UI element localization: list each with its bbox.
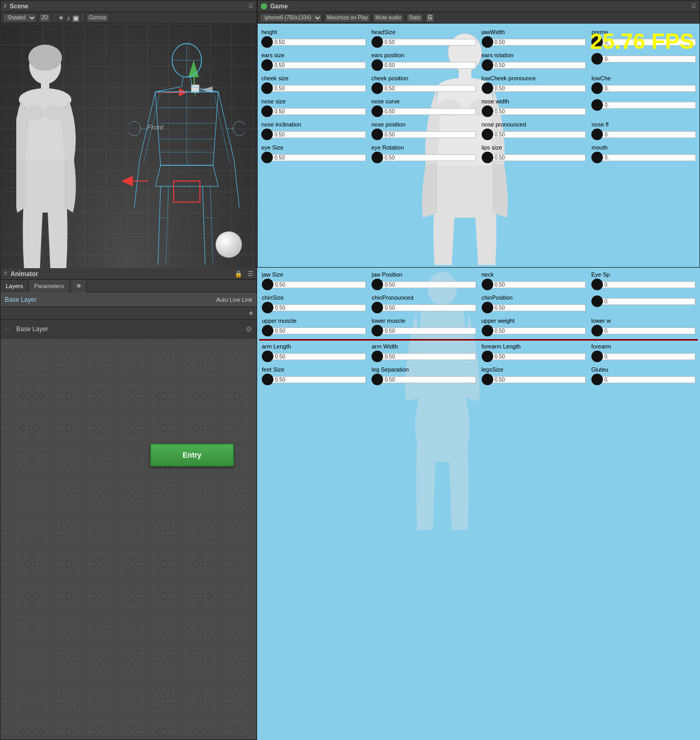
- param-neck-value[interactable]: 0.50: [489, 281, 586, 288]
- param-upper-weight-value[interactable]: 0.50: [489, 327, 586, 334]
- param-col4r2-knob[interactable]: [591, 53, 603, 65]
- param-chin-pos-knob[interactable]: [482, 302, 493, 313]
- param-col4r8-knob[interactable]: [591, 295, 603, 307]
- base-layer-gear-icon[interactable]: ⚙: [246, 325, 252, 333]
- gizmos-button[interactable]: Gizmos: [86, 13, 109, 23]
- param-lower-muscle-knob[interactable]: [372, 325, 383, 336]
- param-nose-pos-value[interactable]: 0.50: [379, 131, 476, 138]
- param-upper-weight-knob[interactable]: [482, 325, 493, 336]
- param-chin-pron-knob[interactable]: [372, 302, 383, 313]
- param-cheek-pos-value[interactable]: 0.50: [379, 85, 476, 92]
- param-jaw-pos-knob[interactable]: [372, 279, 383, 290]
- param-eye-size-knob[interactable]: [261, 152, 273, 163]
- base-layer-item[interactable]: — Base Layer ⚙: [1, 320, 257, 339]
- param-nose-pron-knob[interactable]: [482, 129, 493, 140]
- param-cheek-size-value[interactable]: 0.50: [269, 85, 366, 92]
- param-jawwidth-knob[interactable]: [482, 36, 493, 48]
- stats-button[interactable]: Stats: [406, 13, 423, 23]
- param-lower-muscle-value[interactable]: 0.50: [379, 327, 475, 334]
- param-nose-width-knob[interactable]: [482, 105, 493, 117]
- mute-audio-button[interactable]: Mute audio: [373, 13, 404, 23]
- param-arm-width-value[interactable]: 0.50: [379, 353, 475, 360]
- param-nose-width-value[interactable]: 0.50: [489, 108, 586, 115]
- param-forearm-length-value[interactable]: 0.50: [489, 353, 586, 360]
- param-nose-pron-value[interactable]: 0.50: [489, 131, 586, 138]
- param-eye-rot-knob[interactable]: [372, 152, 383, 163]
- param-ears-size-knob[interactable]: [261, 59, 273, 71]
- entry-node[interactable]: Entry: [150, 443, 234, 467]
- tab-parameters[interactable]: Parameters: [29, 280, 70, 292]
- param-chin-size-value[interactable]: 0.50: [269, 304, 366, 311]
- param-cheek-size-knob[interactable]: [261, 82, 273, 94]
- param-jaw-size-value[interactable]: 0.50: [269, 281, 366, 288]
- param-lips-size-value[interactable]: 0.50: [489, 154, 586, 161]
- param-neck-knob[interactable]: [482, 279, 493, 290]
- scene-menu-icon[interactable]: ☰: [248, 3, 253, 9]
- param-headsize-knob[interactable]: [372, 36, 383, 48]
- audio-icon[interactable]: ♪: [67, 14, 70, 22]
- param-forearm-knob[interactable]: [591, 351, 603, 362]
- param-col4r3-value[interactable]: 0.: [599, 85, 696, 92]
- param-jaw-size-knob[interactable]: [262, 279, 273, 290]
- param-nose-curve-value[interactable]: 0.50: [379, 108, 476, 115]
- param-ears-pos-value[interactable]: 0.50: [379, 62, 476, 69]
- param-chin-pos-value[interactable]: 0.50: [489, 304, 586, 311]
- param-jaw-pos-value[interactable]: 0.50: [379, 281, 475, 288]
- param-lower-w-knob[interactable]: [591, 325, 603, 336]
- param-lower-w-value[interactable]: 0.: [599, 327, 695, 334]
- param-lowcheek-value[interactable]: 0.50: [489, 85, 586, 92]
- param-col4r4-value[interactable]: 0.: [599, 102, 696, 109]
- param-nose-size-value[interactable]: 0.50: [269, 108, 366, 115]
- param-nose-incl-knob[interactable]: [261, 129, 273, 140]
- gizmos-game-button[interactable]: G: [426, 13, 435, 23]
- 2d-button[interactable]: 2D: [39, 13, 51, 23]
- param-cheek-pos-knob[interactable]: [372, 82, 383, 94]
- param-forearm-length-knob[interactable]: [482, 351, 493, 362]
- param-lips-size-knob[interactable]: [482, 152, 493, 163]
- param-feet-size-knob[interactable]: [262, 374, 273, 385]
- param-mouth-knob[interactable]: [591, 152, 603, 163]
- param-arm-width-knob[interactable]: [372, 351, 383, 362]
- autolive-button[interactable]: Auto Live Link: [216, 297, 252, 303]
- param-eyesp-knob[interactable]: [591, 279, 603, 290]
- param-eye-size-value[interactable]: 0.50: [269, 154, 366, 161]
- param-feet-size-value[interactable]: 0.50: [269, 376, 366, 383]
- param-legs-size-value[interactable]: 0.50: [489, 376, 586, 383]
- param-ears-rot-knob[interactable]: [482, 59, 493, 71]
- param-ears-size-value[interactable]: 0.50: [269, 62, 366, 69]
- param-eyesp-value[interactable]: 0.: [599, 281, 695, 288]
- param-gluteu-value[interactable]: 0.: [599, 376, 695, 383]
- param-lowcheek-knob[interactable]: [482, 82, 493, 94]
- maximize-on-play-button[interactable]: Maximize on Play: [324, 13, 370, 23]
- param-height-value[interactable]: 0.50: [269, 39, 366, 46]
- param-headsize-value[interactable]: 0.50: [379, 39, 476, 46]
- param-upper-muscle-knob[interactable]: [262, 325, 273, 336]
- param-leg-sep-knob[interactable]: [372, 374, 383, 385]
- param-col4r5-value[interactable]: 0.: [599, 131, 696, 138]
- param-jawwidth-value[interactable]: 0.50: [489, 39, 586, 46]
- add-layer-button[interactable]: +: [249, 309, 253, 318]
- param-nose-pos-knob[interactable]: [372, 129, 383, 140]
- param-col4r8-value[interactable]: 0.: [599, 298, 695, 305]
- param-ears-pos-knob[interactable]: [372, 59, 383, 71]
- param-chin-pron-value[interactable]: 0.50: [379, 304, 475, 311]
- tab-layers[interactable]: Layers: [1, 280, 29, 292]
- param-upper-muscle-value[interactable]: 0.50: [269, 327, 366, 334]
- param-legs-size-knob[interactable]: [482, 374, 493, 385]
- param-nose-curve-knob[interactable]: [372, 105, 383, 117]
- param-col4r3-knob[interactable]: [591, 82, 603, 94]
- param-chin-size-knob[interactable]: [262, 302, 273, 313]
- param-eye-rot-value[interactable]: 0.50: [379, 154, 476, 161]
- tab-eye[interactable]: 👁: [72, 280, 87, 292]
- image-icon[interactable]: ▣: [72, 14, 79, 22]
- param-col4r5-knob[interactable]: [591, 129, 603, 140]
- animator-menu-icon[interactable]: ☰: [248, 270, 253, 278]
- param-col4r2-value[interactable]: 0.: [599, 56, 696, 62]
- param-forearm-value[interactable]: 0.: [599, 353, 695, 360]
- param-height-knob[interactable]: [261, 36, 273, 48]
- game-menu-icon[interactable]: ☰: [691, 3, 696, 9]
- animator-lock-icon[interactable]: 🔒: [235, 270, 242, 278]
- param-col4r4-knob[interactable]: [591, 99, 603, 111]
- param-nose-incl-value[interactable]: 0.50: [269, 131, 366, 138]
- shading-dropdown[interactable]: Shaded: [3, 13, 37, 23]
